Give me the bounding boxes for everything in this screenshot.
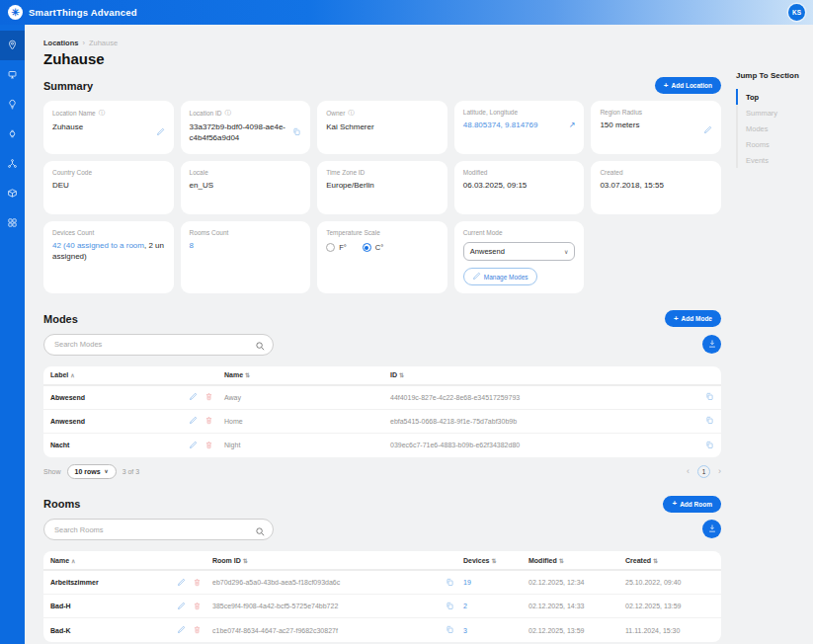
delete-icon[interactable] [193, 602, 202, 611]
rooms-search [43, 519, 274, 541]
rooms-sort-modified[interactable]: Modified⇅ [528, 557, 625, 564]
add-mode-label: Add Mode [682, 315, 712, 322]
rooms-heading: Rooms [43, 498, 80, 510]
info-icon[interactable]: ⓘ [224, 109, 231, 118]
modes-table-header: Label∧ Name⇅ ID⇅ [43, 366, 721, 386]
copy-icon[interactable] [446, 604, 454, 611]
sidebar-item-hubs[interactable] [0, 120, 25, 149]
edit-icon[interactable] [703, 121, 712, 138]
prev-page-icon[interactable]: ‹ [687, 466, 690, 476]
sort-asc-icon: ∧ [70, 372, 74, 378]
breadcrumb-locations[interactable]: Locations [43, 39, 78, 47]
page-number[interactable]: 1 [697, 465, 710, 478]
radio-selected-icon [363, 243, 371, 252]
copy-icon[interactable] [292, 122, 301, 140]
info-icon[interactable]: ⓘ [99, 109, 106, 118]
current-mode-value: Anwesend [470, 247, 505, 256]
location-pin-icon [7, 37, 18, 54]
room-devices-count[interactable]: 3 [463, 627, 528, 634]
copy-icon[interactable] [446, 581, 454, 588]
card-label: Temperature Scale [326, 229, 380, 236]
rooms-sort-name[interactable]: Name∧ [50, 557, 177, 564]
card-current-mode: Current Mode Anwesend ∨ Manage Modes [454, 221, 585, 293]
lat-lng-link[interactable]: 48.805374, 9.814769 [463, 121, 538, 131]
room-devices-count[interactable]: 19 [463, 579, 528, 586]
next-page-icon[interactable]: › [718, 466, 721, 476]
sidebar-item-automations[interactable] [0, 90, 25, 120]
jump-item-rooms[interactable]: Rooms [736, 136, 807, 152]
user-avatar[interactable]: KS [788, 4, 805, 21]
delete-icon[interactable] [204, 441, 213, 450]
sidebar-item-locations[interactable] [0, 31, 25, 60]
modes-sort-label[interactable]: Label∧ [50, 371, 189, 378]
add-room-button[interactable]: + Add Room [663, 496, 721, 513]
celsius-radio[interactable]: C° [363, 243, 383, 252]
sidebar-item-devices[interactable] [0, 60, 25, 90]
jump-item-summary[interactable]: Summary [736, 105, 807, 121]
card-temperature-scale: Temperature Scale F° C° [317, 221, 447, 293]
modes-sort-id[interactable]: ID⇅ [390, 371, 696, 378]
room-devices-count[interactable]: 2 [463, 603, 528, 609]
delete-icon[interactable] [193, 625, 202, 635]
external-link-icon[interactable]: ↗ [569, 121, 576, 129]
chevron-down-icon: ∨ [564, 248, 568, 255]
jump-item-events[interactable]: Events [736, 152, 807, 168]
modes-sort-name[interactable]: Name⇅ [224, 371, 390, 378]
current-mode-select[interactable]: Anwesend ∨ [463, 242, 576, 261]
edit-icon[interactable] [156, 122, 165, 140]
edit-icon[interactable] [177, 625, 186, 635]
rows-per-page-select[interactable]: 10 rows ∨ [67, 464, 117, 479]
mode-name: Night [224, 442, 390, 448]
rooms-count-link[interactable]: 8 [190, 241, 194, 252]
manage-modes-button[interactable]: Manage Modes [463, 268, 537, 285]
bulb-icon [7, 96, 18, 114]
mode-row: Anwesend Home ebfa5415-0668-4218-9f1e-75… [43, 410, 721, 434]
card-created: Created 03.07.2018, 15:55 [591, 161, 721, 214]
add-mode-button[interactable]: + Add Mode [665, 310, 721, 327]
rooms-download-button[interactable] [702, 520, 721, 538]
copy-icon[interactable] [705, 416, 714, 426]
card-label: Time Zone ID [326, 169, 365, 176]
copy-icon[interactable] [705, 441, 714, 450]
delete-icon[interactable] [193, 578, 202, 588]
package-icon [7, 185, 18, 202]
devices-count-link[interactable]: 42 (40 assigned to a room [52, 241, 144, 250]
copy-icon[interactable] [705, 392, 714, 402]
rooms-sort-created[interactable]: Created⇅ [625, 557, 714, 564]
edit-icon[interactable] [189, 392, 198, 402]
search-icon[interactable] [255, 523, 266, 541]
edit-icon[interactable] [177, 602, 186, 611]
modes-search-input[interactable] [43, 334, 274, 356]
sort-icon: ⇅ [399, 372, 404, 378]
delete-icon[interactable] [204, 392, 213, 402]
copy-icon[interactable] [446, 628, 454, 635]
card-country-code: Country Code DEU [43, 161, 174, 214]
fahrenheit-radio[interactable]: F° [326, 243, 347, 252]
info-icon[interactable]: ⓘ [348, 109, 355, 118]
manage-modes-label: Manage Modes [484, 274, 528, 281]
delete-icon[interactable] [204, 416, 213, 426]
rooms-search-input[interactable] [43, 519, 274, 540]
sidebar-item-apps[interactable] [0, 208, 25, 238]
card-label: Location Name [52, 110, 96, 117]
mode-label: Anwesend [50, 418, 189, 425]
edit-icon[interactable] [189, 441, 198, 450]
sidebar-item-network[interactable] [0, 149, 25, 179]
rooms-sort-devices[interactable]: Devices⇅ [463, 557, 528, 564]
room-modified: 02.12.2025, 13:59 [528, 627, 625, 634]
add-location-button[interactable]: + Add Location [655, 77, 721, 94]
card-owner: Ownerⓘ Kai Schmerer [317, 101, 447, 154]
jump-item-modes[interactable]: Modes [736, 121, 807, 136]
modes-download-button[interactable] [702, 335, 721, 354]
card-location-name: Location Nameⓘ Zuhause [43, 101, 174, 154]
edit-icon[interactable] [177, 578, 186, 588]
search-icon[interactable] [255, 338, 266, 356]
card-label: Devices Count [52, 229, 94, 236]
edit-icon[interactable] [189, 416, 198, 426]
rooms-sort-id[interactable]: Room ID⇅ [212, 557, 446, 564]
download-icon [707, 337, 717, 352]
room-modified: 02.12.2025, 14:33 [528, 603, 625, 609]
range-label: 3 of 3 [122, 468, 140, 475]
jump-item-top[interactable]: Top [736, 89, 807, 105]
sidebar-item-packages[interactable] [0, 179, 25, 208]
